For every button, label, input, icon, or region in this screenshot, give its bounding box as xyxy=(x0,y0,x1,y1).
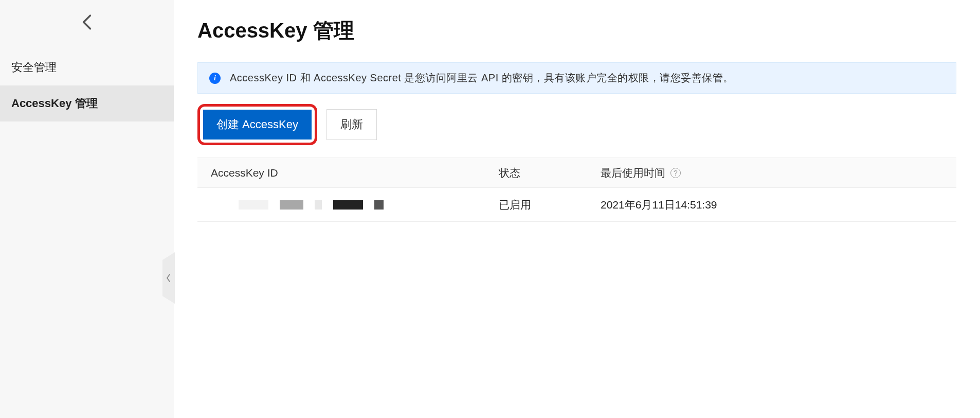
main-content: AccessKey 管理 i AccessKey ID 和 AccessKey … xyxy=(174,0,980,418)
refresh-button[interactable]: 刷新 xyxy=(326,109,377,140)
table-header-last-used: 最后使用时间 ? xyxy=(587,166,956,180)
sidebar: 安全管理 AccessKey 管理 xyxy=(0,0,174,418)
cell-status: 已启用 xyxy=(485,198,587,212)
redacted-id xyxy=(211,200,485,210)
actions-row: 创建 AccessKey 刷新 xyxy=(197,104,956,145)
sidebar-collapse-toggle[interactable] xyxy=(162,252,175,304)
sidebar-back-button[interactable] xyxy=(0,0,174,49)
table-header-last-used-label: 最后使用时间 xyxy=(601,166,665,180)
create-accesskey-button[interactable]: 创建 AccessKey xyxy=(203,110,312,140)
info-banner-text: AccessKey ID 和 AccessKey Secret 是您访问阿里云 … xyxy=(230,71,734,85)
table-header-id: AccessKey ID xyxy=(197,167,485,179)
sidebar-item-security[interactable]: 安全管理 xyxy=(0,49,174,85)
sidebar-item-label: 安全管理 xyxy=(11,61,57,74)
accesskey-table: AccessKey ID 状态 最后使用时间 ? 已启用 2021年6月11日1… xyxy=(197,158,956,222)
create-button-highlight: 创建 AccessKey xyxy=(197,104,317,145)
table-header-row: AccessKey ID 状态 最后使用时间 ? xyxy=(197,158,956,188)
help-icon[interactable]: ? xyxy=(670,168,681,178)
sidebar-item-label: AccessKey 管理 xyxy=(11,97,98,110)
info-banner: i AccessKey ID 和 AccessKey Secret 是您访问阿里… xyxy=(197,62,956,94)
info-icon: i xyxy=(209,73,221,84)
table-header-status: 状态 xyxy=(485,166,587,180)
chevron-left-icon xyxy=(166,273,171,283)
table-row: 已启用 2021年6月11日14:51:39 xyxy=(197,188,956,222)
page-title: AccessKey 管理 xyxy=(197,16,956,45)
sidebar-item-accesskey[interactable]: AccessKey 管理 xyxy=(0,85,174,121)
chevron-left-icon xyxy=(82,14,92,30)
cell-last-used: 2021年6月11日14:51:39 xyxy=(587,198,956,212)
cell-accesskey-id xyxy=(197,200,485,210)
